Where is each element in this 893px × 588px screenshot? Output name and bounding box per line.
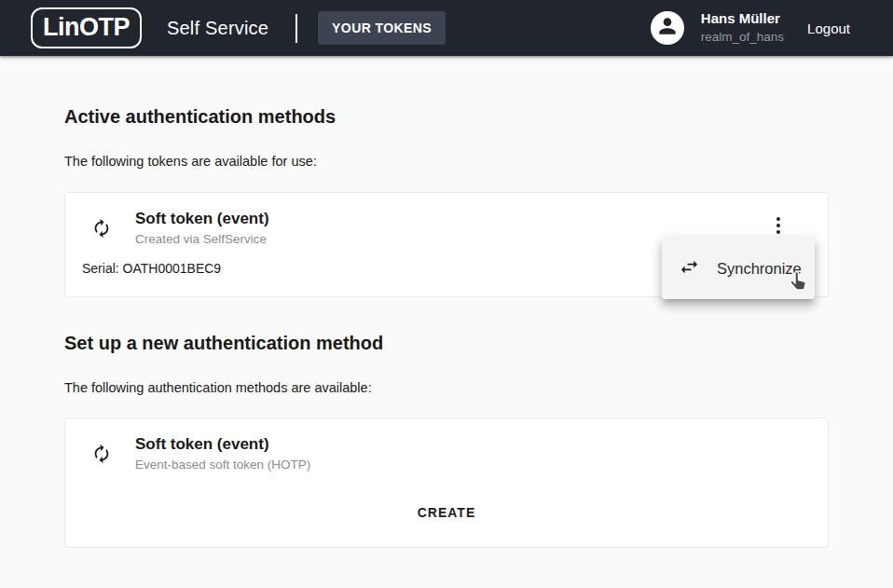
logout-button[interactable]: Logout <box>807 21 850 36</box>
header-divider <box>295 14 297 43</box>
new-method-card: Soft token (event) Event-based soft toke… <box>64 417 829 548</box>
menu-item-synchronize[interactable]: Synchronize <box>679 256 802 281</box>
create-button[interactable]: CREATE <box>408 499 486 526</box>
active-methods-heading: Active authentication methods <box>64 104 829 129</box>
new-method-card-header: Soft token (event) Event-based soft toke… <box>65 418 828 472</box>
setup-heading: Set up a new authentication method <box>64 331 829 355</box>
token-context-menu: Synchronize <box>662 238 815 299</box>
new-method-text: Soft token (event) Event-based soft toke… <box>135 434 310 472</box>
setup-subtitle: The following authentication methods are… <box>64 379 829 397</box>
avatar <box>651 11 684 45</box>
page-title: Self Service <box>167 18 268 39</box>
swap-horizontal-icon <box>679 256 700 281</box>
new-method-actions: CREATE <box>65 472 828 547</box>
sync-icon <box>91 444 112 468</box>
user-realm: realm_of_hans <box>701 30 784 46</box>
active-methods-subtitle: The following tokens are available for u… <box>64 153 829 171</box>
main-content: Active authentication methods The follow… <box>51 104 842 588</box>
token-description: Created via SelfService <box>135 231 269 247</box>
menu-item-label: Synchronize <box>717 260 802 278</box>
user-name: Hans Müller <box>701 10 784 28</box>
token-name: Soft token (event) <box>135 209 269 229</box>
person-icon <box>655 14 680 42</box>
linotp-logo: LinOTP <box>31 7 142 48</box>
app-header: LinOTP Self Service YOUR TOKENS Hans Mül… <box>0 0 893 56</box>
active-token-text: Soft token (event) Created via SelfServi… <box>135 209 269 247</box>
kebab-menu-icon <box>776 217 780 221</box>
method-name: Soft token (event) <box>135 434 310 455</box>
method-description: Event-based soft token (HOTP) <box>135 457 310 472</box>
token-more-menu-button[interactable] <box>767 214 790 237</box>
nav-your-tokens-button[interactable]: YOUR TOKENS <box>318 11 446 45</box>
sync-icon <box>91 218 112 242</box>
user-info: Hans Müller realm_of_hans <box>701 10 784 46</box>
